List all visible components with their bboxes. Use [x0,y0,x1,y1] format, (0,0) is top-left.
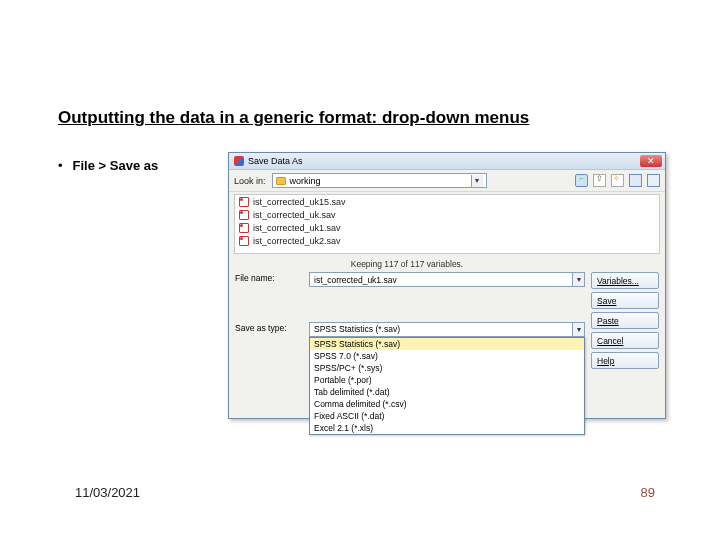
new-folder-button[interactable] [611,174,624,187]
save-as-type-label: Save as type: [235,322,303,333]
sav-file-icon [239,197,249,207]
sav-file-icon [239,236,249,246]
type-option[interactable]: Fixed ASCII (*.dat) [310,410,584,422]
look-in-value: working [290,176,321,186]
view-list-button[interactable] [629,174,642,187]
chevron-down-icon[interactable] [572,273,584,286]
file-row[interactable]: ist_corrected_uk15.sav [235,195,659,208]
close-icon: ✕ [647,157,655,166]
app-icon [234,156,244,166]
slide-number: 89 [641,485,655,500]
up-one-level-button[interactable] [593,174,606,187]
sav-file-icon [239,210,249,220]
back-button[interactable] [575,174,588,187]
chevron-down-icon[interactable] [572,323,584,336]
close-button[interactable]: ✕ [640,155,662,167]
dialog-titlebar[interactable]: Save Data As ✕ [229,153,665,170]
save-as-type-dropdown[interactable]: SPSS Statistics (*.sav) SPSS 7.0 (*.sav)… [309,337,585,435]
type-option[interactable]: Comma delimited (*.csv) [310,398,584,410]
slide-date: 11/03/2021 [75,485,140,500]
file-row[interactable]: ist_corrected_uk.sav [235,208,659,221]
sav-file-icon [239,223,249,233]
variables-button[interactable]: Variables... [591,272,659,289]
save-dialog: Save Data As ✕ Look in: working ist_corr… [228,152,666,419]
type-option[interactable]: SPSS 7.0 (*.sav) [310,350,584,362]
type-option[interactable]: Tab delimited (*.dat) [310,386,584,398]
dialog-title: Save Data As [248,156,303,166]
file-list-pane[interactable]: ist_corrected_uk15.sav ist_corrected_uk.… [234,194,660,254]
chevron-down-icon[interactable] [471,175,483,187]
help-button[interactable]: Help [591,352,659,369]
type-option[interactable]: SPSS Statistics (*.sav) [310,338,584,350]
save-as-type-combo[interactable]: SPSS Statistics (*.sav) SPSS Statistics … [309,322,585,337]
bullet-file-save-as: File > Save as [58,158,158,173]
file-name-input[interactable]: ist_corrected_uk1.sav [309,272,585,287]
type-option[interactable]: Excel 2.1 (*.xls) [310,422,584,434]
folder-icon [276,177,286,185]
cancel-button[interactable]: Cancel [591,332,659,349]
file-name-label: File name: [235,272,303,283]
save-button[interactable]: Save [591,292,659,309]
paste-button[interactable]: Paste [591,312,659,329]
view-details-button[interactable] [647,174,660,187]
type-option[interactable]: SPSS/PC+ (*.sys) [310,362,584,374]
keeping-variables-text: Keeping 117 of 117 variables. [229,254,665,269]
file-row[interactable]: ist_corrected_uk1.sav [235,221,659,234]
look-in-label: Look in: [234,176,266,186]
type-option[interactable]: Portable (*.por) [310,374,584,386]
dialog-toolbar: Look in: working [229,170,665,192]
look-in-combo[interactable]: working [272,173,487,188]
slide-title: Outputting the data in a generic format:… [58,108,662,128]
file-row[interactable]: ist_corrected_uk2.sav [235,234,659,247]
